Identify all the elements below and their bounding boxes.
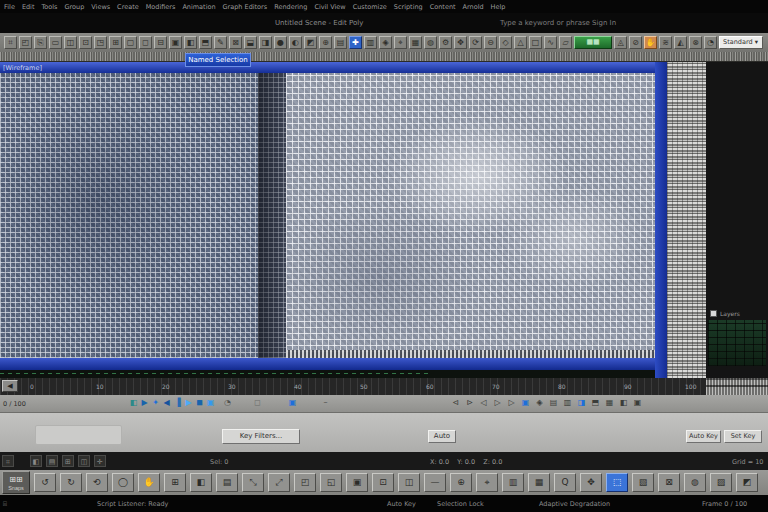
toolbar-icon-button[interactable]: ▭ <box>49 36 62 49</box>
toolbar-icon-button[interactable]: ▱ <box>559 36 572 49</box>
nav-icon-button[interactable]: ◱ <box>320 473 342 492</box>
anim-icon[interactable]: ▐ <box>172 397 183 409</box>
auto-button[interactable]: Auto <box>428 430 456 443</box>
menu-item[interactable]: Help <box>491 3 506 11</box>
anim-icon[interactable]: ◻ <box>252 397 263 409</box>
anim-icon[interactable]: ▶ <box>139 397 150 409</box>
timeline-prev-button[interactable]: ◀ <box>2 380 18 392</box>
nav-icon-button[interactable]: ▤ <box>216 473 238 492</box>
nav-icon-button[interactable]: ◩ <box>736 473 758 492</box>
toolbar-icon-button[interactable]: ● <box>274 36 287 49</box>
menu-item[interactable]: Edit <box>22 3 35 11</box>
toolbar-icon-button[interactable]: ⎘ <box>34 36 47 49</box>
menu-item[interactable]: Views <box>91 3 110 11</box>
menu-item[interactable]: Animation <box>182 3 215 11</box>
toolbar-icon-button[interactable]: ⊗ <box>689 36 702 49</box>
toolbar-icon-button[interactable]: ✎ <box>214 36 227 49</box>
nav-icon-button[interactable]: — <box>424 473 446 492</box>
toolbar-icon-button[interactable]: ✋ <box>644 36 657 49</box>
nav-icon-button[interactable]: ⟲ <box>86 473 108 492</box>
nav-icon-button[interactable]: ⊕ <box>450 473 472 492</box>
toolbar-icon-button[interactable]: ✚ <box>349 36 362 49</box>
viewport-left-wireframe[interactable] <box>0 73 258 358</box>
toolbar-icon-button[interactable]: ∿ <box>544 36 557 49</box>
nav-icon-button[interactable]: ⌖ <box>476 473 498 492</box>
toolbar-icon-button[interactable]: ⬓ <box>244 36 257 49</box>
toolbar-icon-button[interactable]: ⌗ <box>4 36 17 49</box>
anim-icon[interactable]: ⬒ <box>590 397 601 409</box>
toolbar-icon-button[interactable]: ⬒ <box>199 36 212 49</box>
anim-icon[interactable]: ▶ <box>183 397 194 409</box>
toolbar-icon-button[interactable]: ◬ <box>614 36 627 49</box>
menu-item[interactable]: Group <box>65 3 85 11</box>
menu-item[interactable]: Create <box>117 3 139 11</box>
toolbar-icon-button[interactable]: ◫ <box>64 36 77 49</box>
anim-icon[interactable]: ▷ <box>506 397 517 409</box>
menu-item[interactable]: Scripting <box>394 3 423 11</box>
toolbar-icon-button[interactable]: ◧ <box>184 36 197 49</box>
nav-icon-button[interactable]: ▦ <box>528 473 550 492</box>
toolbar-icon-button[interactable]: ◈ <box>379 36 392 49</box>
menu-item[interactable]: Arnold <box>463 3 484 11</box>
menu-item[interactable]: Content <box>430 3 456 11</box>
anim-icon[interactable]: ◧ <box>128 397 139 409</box>
anim-icon[interactable]: ◁ <box>478 397 489 409</box>
anim-icon[interactable]: ⊳ <box>464 397 475 409</box>
nav-icon-button[interactable]: ⊞ <box>164 473 186 492</box>
toolbar-icon-button[interactable]: ◳ <box>94 36 107 49</box>
anim-icon[interactable]: ◨ <box>576 397 587 409</box>
nav-icon-button[interactable]: ⊡ <box>372 473 394 492</box>
xyz-coordinates[interactable]: X: 0.0 Y: 0.0 Z: 0.0 <box>430 458 502 466</box>
menu-item[interactable]: Graph Editors <box>223 3 268 11</box>
nav-icon-button[interactable]: ✥ <box>580 473 602 492</box>
menu-item[interactable]: Civil View <box>314 3 345 11</box>
nav-icon-button[interactable]: Q <box>554 473 576 492</box>
nav-icon-button[interactable]: ▥ <box>502 473 524 492</box>
panel-grid-table[interactable] <box>708 320 766 366</box>
coord-row-icon-button[interactable]: ⊞ <box>62 455 74 467</box>
toolbar-icon-button[interactable]: ⊡ <box>79 36 92 49</box>
anim-icon[interactable]: ◧ <box>618 397 629 409</box>
auto-key-button[interactable]: Auto Key <box>686 430 721 443</box>
nav-icon-button[interactable]: ⬚ <box>606 473 628 492</box>
coord-row-icon-button[interactable]: ◫ <box>78 455 90 467</box>
anim-icon[interactable]: ▣ <box>205 397 216 409</box>
coord-row-icon-button[interactable]: ▤ <box>46 455 58 467</box>
menu-item[interactable]: Customize <box>353 3 387 11</box>
nav-icon-button[interactable]: ↻ <box>60 473 82 492</box>
anim-icon[interactable]: ▤ <box>548 397 559 409</box>
toolbar-icon-button[interactable]: ◰ <box>19 36 32 49</box>
nav-icon-button[interactable]: ◫ <box>398 473 420 492</box>
menu-item[interactable]: File <box>4 3 15 11</box>
anim-icon[interactable]: ▣ <box>632 397 643 409</box>
nav-icon-button[interactable]: ◧ <box>190 473 212 492</box>
coord-row-icon-button[interactable]: ✛ <box>94 455 106 467</box>
anim-icon[interactable]: ⊲ <box>450 397 461 409</box>
toolbar-icon-button[interactable]: ▦ <box>409 36 422 49</box>
toolbar-icon-button[interactable]: ⊖ <box>484 36 497 49</box>
toolbar-icon-button[interactable]: ⊞ <box>109 36 122 49</box>
toolbar-icon-button[interactable]: Standard ▾ <box>719 36 763 49</box>
menu-item[interactable]: Tools <box>41 3 57 11</box>
anim-icon[interactable]: ◈ <box>534 397 545 409</box>
nav-icon-button[interactable]: ⤡ <box>242 473 264 492</box>
anim-icon[interactable]: ✦ <box>150 397 161 409</box>
anim-icon[interactable]: ◀ <box>161 397 172 409</box>
menu-item[interactable]: Modifiers <box>146 3 176 11</box>
toolbar-icon-button[interactable]: ◭ <box>674 36 687 49</box>
coord-row-icon-button[interactable]: ⌗ <box>2 455 14 467</box>
anim-icon[interactable]: ▣ <box>520 397 531 409</box>
toolbar-icon-button[interactable]: ▦▦ <box>574 36 612 49</box>
anim-icon[interactable]: ◼ <box>194 397 205 409</box>
nav-icon-button[interactable]: ✋ <box>138 473 160 492</box>
toolbar-icon-button[interactable]: ⊟ <box>154 36 167 49</box>
toolbar-icon-button[interactable]: □ <box>529 36 542 49</box>
nav-icon-button[interactable]: ▣ <box>346 473 368 492</box>
menu-item[interactable]: Rendering <box>274 3 307 11</box>
viewport-label[interactable]: [Wireframe] <box>3 64 42 72</box>
nav-icon-button[interactable]: ◰ <box>294 473 316 492</box>
toolbar-icon-button[interactable]: ⊕ <box>319 36 332 49</box>
toolbar-icon-button[interactable]: ▣ <box>169 36 182 49</box>
anim-icon[interactable]: ▦ <box>604 397 615 409</box>
toolbar-icon-button[interactable]: ◩ <box>304 36 317 49</box>
